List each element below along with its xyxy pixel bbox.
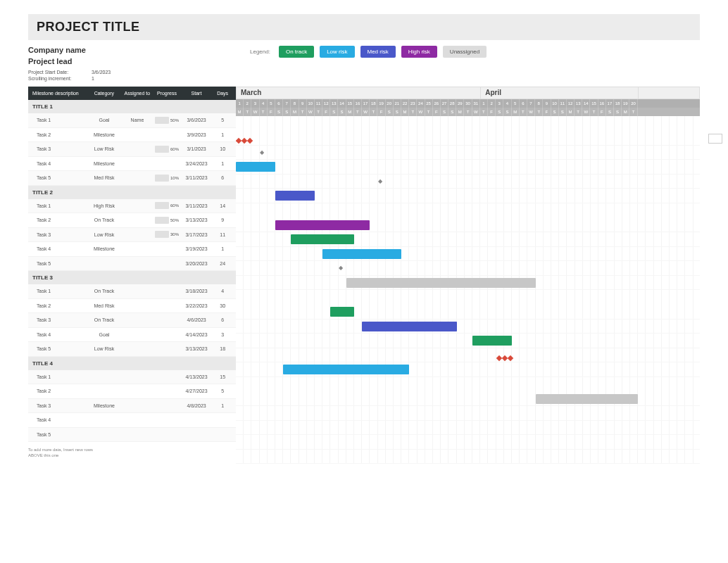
table-row[interactable]: Task 4Goal4/14/20233	[28, 328, 236, 343]
gantt-bar[interactable]	[283, 365, 409, 374]
gantt-row	[236, 348, 700, 363]
start-date-label: Project Start Date:	[28, 70, 77, 75]
weekday-cell: T	[260, 108, 268, 116]
cell-category: Goal	[87, 332, 121, 337]
legend-label: Legend:	[250, 49, 270, 55]
cell-progress: 10%	[153, 175, 181, 182]
day-cell: 16	[598, 99, 606, 108]
month-header: MarchApril	[236, 87, 700, 99]
title-bar: PROJECT TITLE	[28, 14, 700, 40]
table-row[interactable]: Task 5Low Risk3/13/202318	[28, 342, 236, 357]
cell-start: 4/27/2023	[181, 388, 213, 393]
day-cell: 12	[322, 99, 330, 108]
table-row[interactable]: Task 3On Track4/6/20236	[28, 313, 236, 328]
table-row[interactable]: Task 53/20/202324	[28, 257, 236, 272]
day-cell: 2	[488, 99, 496, 108]
gantt-bar[interactable]	[362, 322, 456, 331]
day-cell: 5	[268, 99, 275, 108]
cell-start: 3/13/2023	[181, 346, 213, 351]
legend-chip-lowrisk[interactable]: Low risk	[320, 46, 354, 58]
gantt-bar[interactable]	[346, 278, 536, 288]
gantt-bar[interactable]	[275, 191, 315, 201]
weekday-cell: S	[559, 108, 567, 116]
gantt-row	[236, 131, 700, 146]
table-row[interactable]: Task 24/27/20235	[28, 384, 236, 399]
cell-days: 1	[212, 246, 233, 251]
side-widget[interactable]	[708, 134, 722, 144]
table-row[interactable]: Task 2Milestone3/9/20231	[28, 128, 236, 143]
cell-days: 15	[212, 374, 233, 379]
day-cell: 17	[606, 99, 614, 108]
table-row[interactable]: Task 1GoalName50%3/6/20235	[28, 113, 236, 128]
gantt-bar[interactable]	[330, 307, 354, 317]
gantt-bar[interactable]	[275, 220, 370, 230]
table-row[interactable]: Task 5Med Risk10%3/11/20236	[28, 171, 236, 186]
cell-start: 4/8/2023	[181, 403, 213, 408]
cell-desc: Task 1	[31, 203, 87, 208]
cell-desc: Task 1	[31, 289, 87, 293]
cell-days: 30	[212, 303, 233, 308]
cell-start: 3/17/2023	[181, 232, 213, 237]
cell-desc: Task 4	[31, 246, 87, 251]
page-title: PROJECT TITLE	[37, 20, 691, 34]
day-cell: 13	[330, 99, 338, 108]
legend-chip-ontrack[interactable]: On track	[279, 46, 314, 58]
weekday-cell: T	[244, 108, 251, 116]
table-row[interactable]: Task 2On Track50%3/13/20239	[28, 213, 236, 228]
weekday-cell: T	[464, 108, 472, 116]
gantt-bar[interactable]	[322, 249, 401, 259]
gantt-row	[236, 218, 700, 233]
table-row[interactable]: Task 1High Risk60%3/11/202314	[28, 199, 236, 214]
cell-start: 3/24/2023	[181, 161, 213, 166]
table-row[interactable]: Task 5	[28, 428, 236, 443]
table-row[interactable]: Task 3Low Risk30%3/17/202311	[28, 228, 236, 243]
gantt-row	[236, 362, 700, 377]
day-cell: 14	[582, 99, 590, 108]
table-row[interactable]: Task 2Med Risk3/22/202330	[28, 299, 236, 314]
table-row[interactable]: Task 4	[28, 413, 236, 428]
gantt-bar[interactable]	[291, 234, 354, 244]
weekday-cell: W	[362, 108, 370, 116]
table-row[interactable]: Task 4Milestone3/19/20231	[28, 242, 236, 257]
day-cell: 6	[520, 99, 527, 108]
weekday-cell: S	[330, 108, 338, 116]
col-start: Start	[181, 91, 213, 96]
weekday-cell: T	[299, 108, 307, 116]
section-header: TITLE 3	[28, 271, 236, 284]
day-cell: 11	[559, 99, 567, 108]
weekday-cell: M	[456, 108, 464, 116]
legend-chip-medrisk[interactable]: Med risk	[360, 46, 396, 58]
table-row[interactable]: Task 1On Track3/18/20234	[28, 284, 236, 299]
day-cell: 17	[362, 99, 370, 108]
milestone-icon: ◆	[260, 149, 264, 156]
day-cell: 4	[260, 99, 268, 108]
gantt-bar[interactable]	[472, 336, 512, 346]
day-cell: 7	[527, 99, 535, 108]
table-header: Milestone description Category Assigned …	[28, 87, 236, 100]
day-cell: 1	[236, 99, 244, 108]
gantt-row	[236, 320, 700, 334]
gantt-bar[interactable]	[536, 394, 639, 404]
day-cell: 16	[354, 99, 362, 108]
day-cell: 3	[496, 99, 503, 108]
day-cell: 13	[575, 99, 582, 108]
gantt-row	[236, 435, 700, 450]
chart-section-spacer	[236, 290, 700, 305]
table-row[interactable]: Task 4Milestone3/24/20231	[28, 157, 236, 172]
legend-chip-unassigned[interactable]: Unassigned	[443, 46, 487, 58]
cell-desc: Task 5	[31, 346, 87, 351]
weekday-cell: M	[291, 108, 299, 116]
day-cell: 18	[370, 99, 377, 108]
table-row[interactable]: Task 3Milestone4/8/20231	[28, 399, 236, 414]
table-row[interactable]: Task 14/13/202315	[28, 370, 236, 385]
gantt-bar[interactable]	[236, 162, 275, 172]
legend-chip-highrisk[interactable]: High risk	[401, 46, 437, 58]
day-cell: 23	[409, 99, 417, 108]
gantt-row	[236, 189, 700, 203]
day-cell: 10	[551, 99, 559, 108]
legend: Legend: On track Low risk Med risk High …	[250, 46, 487, 58]
day-cell: 5	[512, 99, 520, 108]
day-cell: 21	[394, 99, 401, 108]
cell-category: On Track	[87, 289, 121, 293]
table-row[interactable]: Task 3Low Risk60%3/1/202310	[28, 142, 236, 157]
